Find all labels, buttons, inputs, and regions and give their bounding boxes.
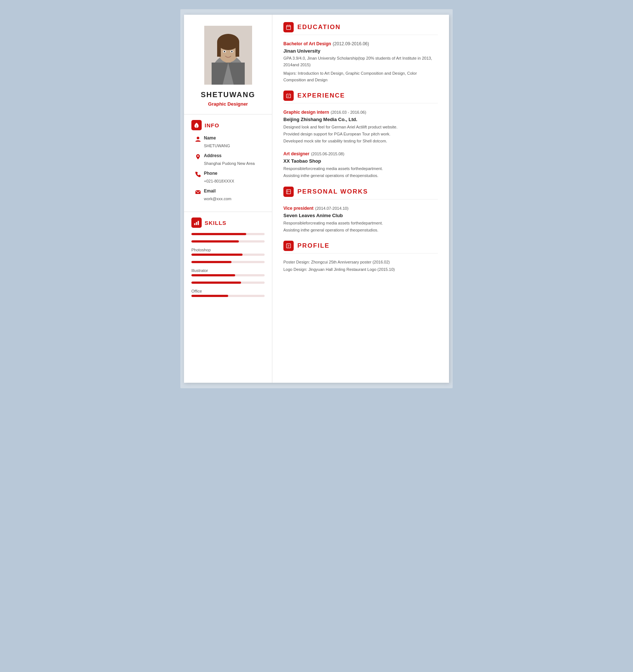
edu-majors: Majors: Introduction to Art Design, Grap… (283, 70, 438, 83)
exp-role-row-1: Graphic design intern (2016.03 - 2016.06… (283, 109, 438, 115)
skill-item-4 (191, 261, 265, 263)
email-icon (195, 189, 201, 195)
info-address-item: Address Shanghai Pudong New Area (191, 153, 265, 166)
edu-school: Jinan University (283, 48, 438, 54)
exp-item-3: Vice president (2014.07-2014.10) Seven L… (283, 205, 438, 233)
exp-item-1: Graphic design intern (2016.03 - 2016.06… (283, 109, 438, 144)
profile-icon (283, 241, 294, 251)
education-degree-row: Bachelor of Art Design (2012.09-2016.06) (283, 40, 438, 47)
info-section: INFO Name SHETUWANG (184, 114, 272, 212)
info-section-title: INFO (205, 122, 219, 128)
personal-works-title: PERSONAL WORKS (297, 188, 368, 195)
info-section-header: INFO (191, 120, 265, 130)
education-icon (283, 22, 294, 32)
education-section: EDUCATION Bachelor of Art Design (2012.0… (283, 22, 438, 83)
skill-bar-bg-7 (191, 295, 265, 297)
education-title: EDUCATION (297, 24, 341, 31)
skill-item-1 (191, 233, 265, 235)
person-name: SHETUWANG (191, 91, 265, 99)
skill-bar-bg-4 (191, 261, 265, 263)
skill-item-7: Office (191, 289, 265, 297)
skill-name-5: Illustrator (191, 268, 265, 273)
phone-label: Phone (204, 171, 218, 176)
name-value: SHETUWANG (195, 144, 265, 148)
edu-gpa: GPA 3.9/4.0, Jinan University Scholarshi… (283, 55, 438, 68)
skill-bar-bg-3 (191, 254, 265, 256)
personal-works-header: PERSONAL WORKS (283, 187, 438, 199)
email-label: Email (204, 188, 216, 194)
skills-icon (191, 217, 202, 228)
skill-item-6 (191, 282, 265, 284)
exp-bullet-3-1: Responsibleforcreating media assets fort… (283, 220, 438, 227)
exp-company-3: Seven Leaves Anime Club (283, 213, 438, 218)
svg-point-10 (231, 51, 233, 52)
svg-point-14 (197, 137, 199, 139)
skill-name-7: Office (191, 289, 265, 293)
info-address-row: Address (195, 153, 265, 160)
exp-role-3: Vice president (283, 206, 314, 211)
info-phone-item: Phone +021-8018XXXX (191, 171, 265, 183)
svg-point-15 (197, 155, 199, 157)
exp-dates-2: (2015.06-2015.08) (311, 152, 344, 156)
experience-title: EXPERIENCE (297, 92, 345, 99)
info-name-row: Name (195, 135, 265, 142)
exp-role-1: Graphic design intern (283, 110, 329, 115)
profile-photo (204, 26, 252, 85)
exp-role-row-2: Art designer (2015.06-2015.08) (283, 150, 438, 157)
person-title: Graphic Designer (191, 101, 265, 107)
info-phone-row: Phone (195, 171, 265, 177)
exp-dates-3: (2014.07-2014.10) (315, 206, 349, 211)
email-value: work@xxx.com (195, 197, 265, 201)
skill-item-2 (191, 240, 265, 243)
skills-section: SKILLS Photoshop (184, 212, 272, 308)
education-header: EDUCATION (283, 22, 438, 35)
profile-item-2: Logo Design: Jingyuan Hall Jinling Resta… (283, 266, 438, 273)
svg-rect-18 (196, 222, 197, 225)
address-value: Shanghai Pudong New Area (195, 161, 265, 166)
profile-item-1: Poster Design: Zhongcui 25th Anniversary… (283, 259, 438, 266)
skill-bar-bg-6 (191, 282, 265, 284)
address-label: Address (204, 153, 222, 158)
phone-icon (195, 171, 201, 177)
exp-item-2: Art designer (2015.06-2015.08) XX Taobao… (283, 150, 438, 179)
education-content: Bachelor of Art Design (2012.09-2016.06)… (283, 40, 438, 83)
skill-bar-fill-5 (191, 274, 235, 276)
right-column: EDUCATION Bachelor of Art Design (2012.0… (272, 15, 449, 383)
edu-dates: (2012.09-2016.06) (333, 41, 369, 46)
resume-container: SHETUWANG Graphic Designer INFO (184, 15, 449, 383)
svg-rect-20 (286, 25, 290, 29)
person-icon (195, 136, 201, 142)
experience-header: EXPERIENCE (283, 91, 438, 103)
skill-bar-bg-5 (191, 274, 265, 276)
info-email-row: Email (195, 188, 265, 195)
skills-section-header: SKILLS (191, 217, 265, 228)
info-email-item: Email work@xxx.com (191, 188, 265, 201)
skill-name-3: Photoshop (191, 248, 265, 252)
resume-page: SHETUWANG Graphic Designer INFO (184, 15, 449, 383)
left-column: SHETUWANG Graphic Designer INFO (184, 15, 272, 383)
profile-title: PROFILE (297, 242, 330, 250)
svg-rect-29 (286, 190, 290, 194)
phone-value: +021-8018XXXX (195, 179, 265, 183)
photo-section: SHETUWANG Graphic Designer (184, 15, 272, 114)
location-icon (195, 154, 201, 160)
exp-role-row-3: Vice president (2014.07-2014.10) (283, 205, 438, 211)
edu-degree: Bachelor of Art Design (283, 41, 331, 46)
name-label: Name (204, 135, 216, 141)
exp-role-2: Art designer (283, 151, 310, 156)
personal-works-section: PERSONAL WORKS Vice president (2014.07-2… (283, 187, 438, 233)
exp-bullet-1-3: Developed mock site for usability testin… (283, 138, 438, 145)
skill-bar-fill-7 (191, 295, 228, 297)
skill-bar-bg-1 (191, 233, 265, 235)
svg-point-9 (224, 51, 225, 52)
experience-section: EXPERIENCE Graphic design intern (2016.0… (283, 91, 438, 179)
skill-item-5: Illustrator (191, 268, 265, 276)
experience-icon (283, 91, 294, 101)
skill-bar-bg-2 (191, 240, 265, 243)
exp-dates-1: (2016.03 - 2016.06) (330, 110, 366, 114)
svg-rect-24 (286, 94, 290, 98)
exp-bullet-2-1: Responsibleforcreating media assets fort… (283, 165, 438, 172)
skill-bar-fill-6 (191, 282, 241, 284)
svg-rect-17 (194, 223, 195, 225)
exp-bullet-2-2: Assisting inthe general operations of th… (283, 172, 438, 179)
